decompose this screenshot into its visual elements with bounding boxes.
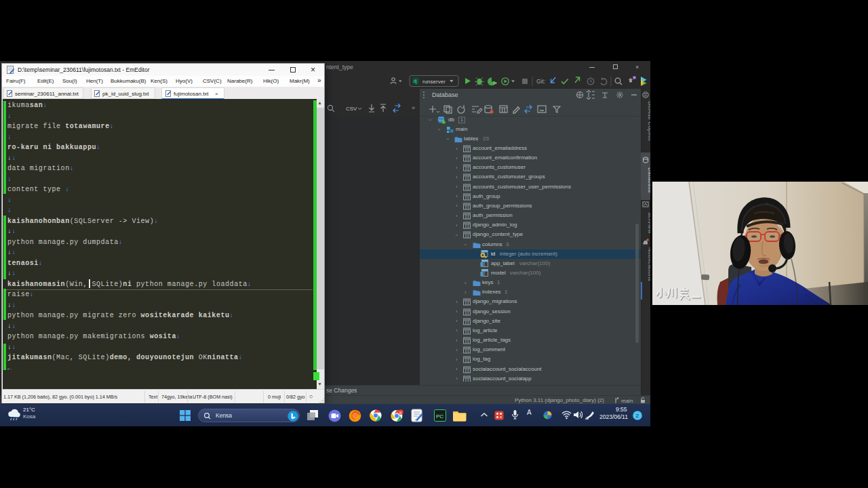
svg-text:Database: Database [647, 167, 650, 193]
svg-text:GitHub Copilot: GitHub Copilot [647, 101, 650, 141]
svg-text:2: 2 [636, 413, 639, 419]
svg-text:PC: PC [436, 413, 443, 420]
svg-text:runserver: runserver [422, 79, 446, 85]
svg-text:Notifications: Notifications [647, 247, 650, 281]
svg-text:dj: dj [414, 79, 417, 84]
svg-text:»: » [412, 104, 415, 111]
svg-text:SciView: SciView [647, 212, 650, 234]
svg-text:main: main [621, 398, 633, 404]
svg-text:CSV: CSV [346, 106, 357, 112]
svg-text:K: K [399, 411, 402, 415]
svg-text:Git:: Git: [536, 78, 545, 85]
